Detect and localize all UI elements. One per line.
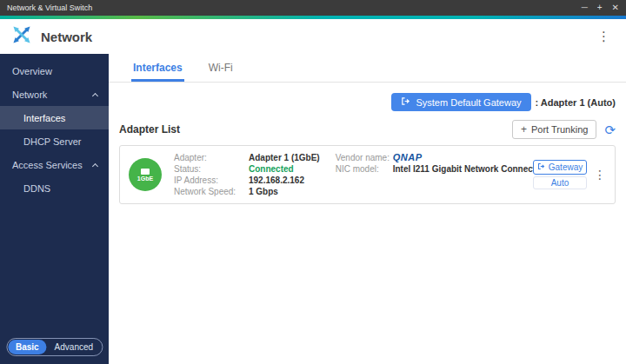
network-speed-label: Network Speed: (174, 186, 245, 197)
nic-icon-label: 1GbE (137, 175, 153, 182)
sidebar-item-label: DDNS (23, 183, 50, 194)
sidebar-item-label: Network (12, 89, 47, 100)
ip-address-label: IP Address: (174, 175, 245, 186)
port-trunking-button[interactable]: + Port Trunking (512, 120, 596, 139)
main-content: Interfaces Wi-Fi System Default Gateway … (109, 54, 626, 364)
qnap-logo: QNAP (393, 152, 549, 163)
app-window: Network & Virtual Switch ─ + ✕ Network ⋮ (0, 0, 626, 364)
port-trunking-label: Port Trunking (531, 124, 588, 135)
adapter-value: Adapter 1 (1GbE) (249, 152, 320, 163)
adapter-gateway-button[interactable]: Gateway (533, 160, 587, 175)
sidebar-group-access-services[interactable]: Access Services (0, 153, 109, 176)
adapter-list-header: Adapter List + Port Trunking ⟳ (109, 116, 626, 145)
system-gateway-value: : Adapter 1 (Auto) (536, 97, 616, 108)
adapter-gateway-mode[interactable]: Auto (533, 176, 587, 189)
sidebar-group-network[interactable]: Network (0, 83, 109, 106)
gateway-icon (537, 162, 545, 172)
adapter-card: 1GbE Adapter: Adapter 1 (1GbE) Status: C… (119, 145, 616, 204)
nic-1gbe-icon: 1GbE (129, 158, 162, 191)
basic-mode-button[interactable]: Basic (8, 340, 47, 354)
sidebar-item-label: Access Services (12, 160, 83, 170)
sidebar-item-dhcp-server[interactable]: DHCP Server (0, 129, 109, 153)
refresh-icon[interactable]: ⟳ (604, 123, 616, 136)
sidebar: Overview Network Interfaces DHCP Server … (0, 54, 109, 364)
nic-port-glyph (141, 169, 150, 175)
tab-bar: Interfaces Wi-Fi (109, 54, 626, 83)
minimize-icon[interactable]: ─ (582, 0, 588, 16)
close-icon[interactable]: ✕ (612, 0, 619, 16)
window-controls: ─ + ✕ (582, 0, 619, 16)
sidebar-item-label: Overview (12, 66, 52, 76)
advanced-mode-button[interactable]: Advanced (47, 340, 101, 354)
system-gateway-bar: System Default Gateway : Adapter 1 (Auto… (109, 83, 626, 116)
adapter-menu-icon[interactable]: ⋮ (594, 168, 606, 182)
chevron-up-icon (92, 162, 98, 169)
body: Overview Network Interfaces DHCP Server … (0, 54, 626, 364)
adapter-gateway-controls: Gateway Auto (533, 160, 587, 189)
sidebar-item-interfaces[interactable]: Interfaces (0, 106, 109, 129)
adapter-info-grid: Adapter: Adapter 1 (1GbE) Status: Connec… (174, 152, 320, 197)
sidebar-item-label: DHCP Server (23, 136, 81, 147)
sidebar-item-overview[interactable]: Overview (0, 59, 109, 83)
page-title: Network (41, 30, 92, 44)
sidebar-item-label: Interfaces (23, 113, 65, 123)
plus-icon: + (521, 123, 527, 136)
adapter-label: Adapter: (174, 152, 245, 163)
window-title: Network & Virtual Switch (7, 3, 92, 12)
maximize-icon[interactable]: + (597, 0, 603, 16)
vendor-info-grid: Vendor name: QNAP NIC model: Intel I211 … (336, 152, 549, 175)
sidebar-item-ddns[interactable]: DDNS (0, 176, 109, 200)
status-label: Status: (174, 163, 245, 175)
status-value: Connected (249, 163, 320, 175)
tab-wifi[interactable]: Wi-Fi (207, 54, 235, 82)
window-titlebar: Network & Virtual Switch ─ + ✕ (0, 0, 626, 16)
system-default-gateway-button[interactable]: System Default Gateway (391, 93, 530, 111)
vendor-name-label: Vendor name: (336, 152, 388, 163)
network-speed-value: 1 Gbps (249, 186, 320, 197)
mode-toggle: Basic Advanced (6, 338, 103, 356)
tab-interfaces[interactable]: Interfaces (131, 54, 184, 82)
chevron-up-icon (92, 92, 98, 98)
overflow-menu-icon[interactable]: ⋮ (592, 29, 616, 44)
gateway-icon (401, 96, 410, 108)
app-header: Network ⋮ (0, 19, 626, 54)
network-app-icon (10, 23, 33, 50)
adapter-gateway-label: Gateway (549, 162, 583, 172)
adapter-list-title: Adapter List (119, 123, 180, 136)
ip-address-value: 192.168.2.162 (249, 175, 320, 186)
nic-model-value: Intel I211 Gigabit Network Connection (393, 163, 549, 175)
adapter-card-body: Adapter: Adapter 1 (1GbE) Status: Connec… (162, 152, 529, 197)
system-default-gateway-label: System Default Gateway (416, 97, 521, 108)
nic-model-label: NIC model: (336, 163, 388, 175)
